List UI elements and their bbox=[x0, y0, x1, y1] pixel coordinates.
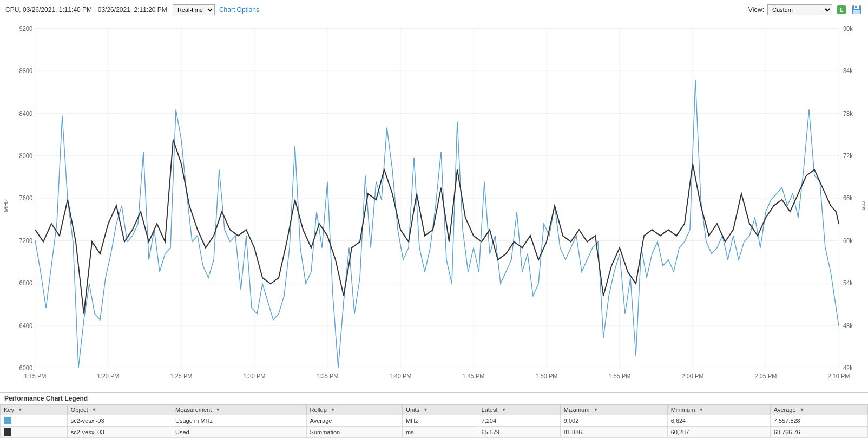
svg-text:7600: 7600 bbox=[19, 194, 32, 202]
svg-text:ms: ms bbox=[860, 201, 867, 210]
export-icon: E bbox=[837, 5, 846, 15]
svg-text:2:10 PM: 2:10 PM bbox=[828, 372, 850, 380]
legend-row-0: sc2-vesxi-03 Usage in MHz Average MHz 7,… bbox=[1, 415, 868, 426]
col-object[interactable]: Object ▼ bbox=[67, 404, 172, 415]
svg-text:66k: 66k bbox=[843, 194, 853, 202]
row0-average: 7,557.828 bbox=[770, 415, 867, 426]
row1-latest: 65,579 bbox=[478, 426, 560, 437]
svg-text:90k: 90k bbox=[843, 25, 853, 32]
units-filter-icon[interactable]: ▼ bbox=[423, 407, 428, 413]
realtime-select[interactable]: Real-time bbox=[173, 4, 215, 15]
view-label: View: bbox=[748, 6, 764, 14]
row0-maximum: 9,002 bbox=[560, 415, 667, 426]
row1-object: sc2-vesxi-03 bbox=[67, 426, 172, 437]
save-icon-btn[interactable] bbox=[851, 4, 863, 16]
svg-text:1:35 PM: 1:35 PM bbox=[317, 372, 339, 380]
svg-text:78k: 78k bbox=[843, 109, 853, 117]
main-container: CPU, 03/26/2021, 1:11:40 PM - 03/26/2021… bbox=[0, 0, 868, 438]
svg-text:1:45 PM: 1:45 PM bbox=[463, 372, 485, 380]
col-key[interactable]: Key ▼ bbox=[1, 404, 68, 415]
export-icon-btn[interactable]: E bbox=[836, 4, 847, 16]
row0-rollup: Average bbox=[306, 415, 402, 426]
chart-options-link[interactable]: Chart Options bbox=[219, 6, 259, 14]
svg-text:1:15 PM: 1:15 PM bbox=[24, 372, 47, 380]
svg-text:9200: 9200 bbox=[19, 25, 32, 32]
col-minimum[interactable]: Minimum ▼ bbox=[667, 404, 770, 415]
row1-color-swatch bbox=[4, 428, 11, 436]
svg-text:8800: 8800 bbox=[19, 67, 32, 75]
chart-area: 9200 8800 8400 8000 7600 7200 6800 6400 … bbox=[0, 19, 868, 392]
chart-header: CPU, 03/26/2021, 1:11:40 PM - 03/26/2021… bbox=[0, 0, 868, 19]
svg-text:1:30 PM: 1:30 PM bbox=[244, 372, 266, 380]
svg-text:60k: 60k bbox=[843, 237, 853, 244]
row1-units: ms bbox=[403, 426, 478, 437]
svg-text:48k: 48k bbox=[843, 322, 853, 329]
average-filter-icon[interactable]: ▼ bbox=[800, 407, 805, 413]
legend-section: Performance Chart Legend Key ▼ Object ▼ bbox=[0, 392, 868, 438]
svg-rect-5 bbox=[855, 6, 857, 8]
row1-minimum: 60,287 bbox=[667, 426, 770, 437]
svg-text:2:00 PM: 2:00 PM bbox=[682, 372, 704, 380]
row0-units: MHz bbox=[403, 415, 478, 426]
col-measurement[interactable]: Measurement ▼ bbox=[172, 404, 306, 415]
legend-row-1: sc2-vesxi-03 Used Summation ms 65,579 81… bbox=[1, 426, 868, 437]
view-select[interactable]: Custom bbox=[767, 4, 832, 15]
save-icon bbox=[852, 5, 862, 15]
row1-rollup: Summation bbox=[306, 426, 402, 437]
svg-text:1:25 PM: 1:25 PM bbox=[170, 372, 193, 380]
svg-text:1:55 PM: 1:55 PM bbox=[609, 372, 631, 380]
col-latest[interactable]: Latest ▼ bbox=[478, 404, 560, 415]
legend-title: Performance Chart Legend bbox=[0, 393, 868, 404]
row0-object: sc2-vesxi-03 bbox=[67, 415, 172, 426]
svg-text:1:40 PM: 1:40 PM bbox=[390, 372, 412, 380]
col-rollup[interactable]: Rollup ▼ bbox=[306, 404, 402, 415]
object-filter-icon[interactable]: ▼ bbox=[92, 407, 97, 413]
latest-filter-icon[interactable]: ▼ bbox=[502, 407, 507, 413]
svg-text:1:20 PM: 1:20 PM bbox=[97, 372, 120, 380]
row1-average: 68,766.76 bbox=[770, 426, 867, 437]
svg-text:7200: 7200 bbox=[19, 237, 32, 244]
svg-text:MHz: MHz bbox=[3, 199, 9, 212]
svg-text:2:05 PM: 2:05 PM bbox=[755, 372, 777, 380]
svg-text:6800: 6800 bbox=[19, 279, 32, 287]
svg-rect-6 bbox=[0, 19, 868, 392]
maximum-filter-icon[interactable]: ▼ bbox=[593, 407, 598, 413]
svg-text:E: E bbox=[840, 7, 844, 13]
col-maximum[interactable]: Maximum ▼ bbox=[560, 404, 667, 415]
svg-text:72k: 72k bbox=[843, 152, 853, 160]
svg-text:8000: 8000 bbox=[19, 152, 32, 160]
rollup-filter-icon[interactable]: ▼ bbox=[331, 407, 336, 413]
minimum-filter-icon[interactable]: ▼ bbox=[699, 407, 703, 413]
measurement-filter-icon[interactable]: ▼ bbox=[215, 407, 220, 413]
legend-table: Key ▼ Object ▼ Measurement ▼ bbox=[0, 404, 868, 438]
row1-key bbox=[1, 426, 68, 437]
legend-table-header: Key ▼ Object ▼ Measurement ▼ bbox=[1, 404, 868, 415]
row0-latest: 7,204 bbox=[478, 415, 560, 426]
svg-text:8400: 8400 bbox=[19, 109, 32, 117]
svg-text:1:50 PM: 1:50 PM bbox=[536, 372, 558, 380]
key-filter-icon[interactable]: ▼ bbox=[18, 407, 23, 413]
chart-title: CPU, 03/26/2021, 1:11:40 PM - 03/26/2021… bbox=[5, 6, 167, 14]
col-average[interactable]: Average ▼ bbox=[770, 404, 867, 415]
row0-measurement: Usage in MHz bbox=[172, 415, 306, 426]
svg-rect-4 bbox=[853, 10, 860, 14]
row1-measurement: Used bbox=[172, 426, 306, 437]
row0-key bbox=[1, 415, 68, 426]
chart-svg: 9200 8800 8400 8000 7600 7200 6800 6400 … bbox=[0, 19, 868, 392]
row0-color-swatch bbox=[4, 417, 11, 424]
row1-maximum: 81,886 bbox=[560, 426, 667, 437]
svg-text:84k: 84k bbox=[843, 67, 853, 75]
svg-text:54k: 54k bbox=[843, 279, 853, 287]
svg-text:6000: 6000 bbox=[19, 364, 32, 371]
col-units[interactable]: Units ▼ bbox=[403, 404, 478, 415]
row0-minimum: 6,624 bbox=[667, 415, 770, 426]
svg-text:42k: 42k bbox=[843, 364, 853, 371]
svg-text:6400: 6400 bbox=[19, 322, 32, 329]
